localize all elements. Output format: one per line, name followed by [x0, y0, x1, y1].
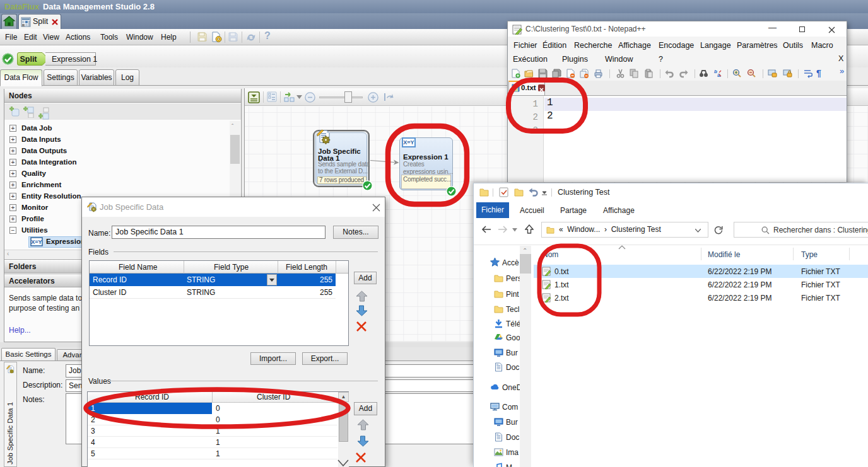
svg-text:a: a	[717, 72, 721, 78]
svg-text:Split: Split	[20, 55, 37, 64]
svg-text:X=Y: X=Y	[31, 239, 42, 245]
